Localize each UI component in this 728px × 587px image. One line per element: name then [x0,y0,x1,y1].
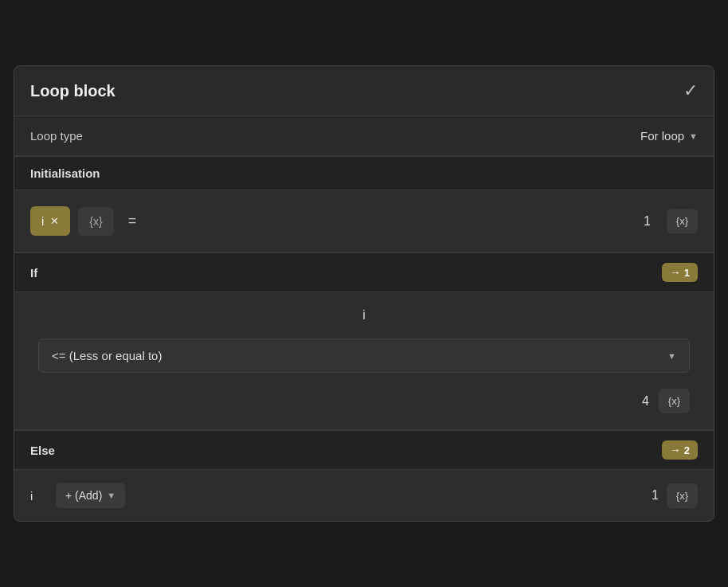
else-variable: i [30,489,46,503]
if-value-row: 4 {x} [38,389,690,413]
else-badge[interactable]: → 2 [662,440,698,460]
if-label: If [30,266,37,280]
else-header: Else → 2 [14,430,714,470]
loop-type-dropdown[interactable]: For loop ▼ [640,129,698,143]
else-badge-arrow: → [670,444,681,456]
initialisation-header: Initialisation [14,156,714,190]
confirm-icon[interactable]: ✓ [683,80,698,101]
equals-sign: = [122,213,143,229]
else-label: Else [30,444,55,457]
if-badge-num: 1 [684,267,690,279]
loop-type-dropdown-arrow: ▼ [689,131,698,141]
else-content: i + (Add) ▼ 1 {x} [14,470,714,521]
else-operator-arrow: ▼ [107,491,115,500]
init-value: 1 [644,214,651,229]
init-variable-btn[interactable]: {x} [667,209,698,233]
panel-header: Loop block ✓ [14,66,714,116]
if-operator-text: <= (Less or equal to) [52,349,162,362]
init-value-group: 1 {x} [644,209,698,233]
loop-block-panel: Loop block ✓ Loop type For loop ▼ Initia… [14,65,714,522]
else-variable-btn[interactable]: {x} [667,483,698,508]
else-operator-text: + (Add) [65,489,102,502]
loop-type-value-text: For loop [640,129,684,143]
if-content: i <= (Less or equal to) ▼ 4 {x} [14,292,714,430]
if-badge-arrow: → [670,266,681,279]
if-value: 4 [642,394,649,409]
if-header: If → 1 [14,252,714,292]
if-variable-row: i [38,308,690,323]
if-variable: i [362,308,366,323]
else-operator-dropdown[interactable]: + (Add) ▼ [56,483,125,508]
if-variable-btn[interactable]: {x} [659,389,690,413]
if-badge[interactable]: → 1 [662,263,698,282]
else-badge-num: 2 [684,444,690,456]
else-value-group: 1 {x} [652,483,698,508]
if-operator-arrow: ▼ [667,351,676,361]
remove-variable-icon[interactable]: ✕ [50,215,59,227]
else-value: 1 [652,488,659,503]
variable-chip-i[interactable]: i ✕ [30,206,70,236]
if-operator-dropdown[interactable]: <= (Less or equal to) ▼ [38,339,690,373]
initialisation-label: Initialisation [30,166,100,180]
variable-placeholder-btn[interactable]: {x} [78,207,113,236]
initialisation-content: i ✕ {x} = 1 {x} [14,190,714,252]
loop-type-label: Loop type [30,129,83,143]
variable-name: i [41,214,44,228]
panel-title: Loop block [30,82,115,100]
loop-type-row: Loop type For loop ▼ [14,116,714,156]
